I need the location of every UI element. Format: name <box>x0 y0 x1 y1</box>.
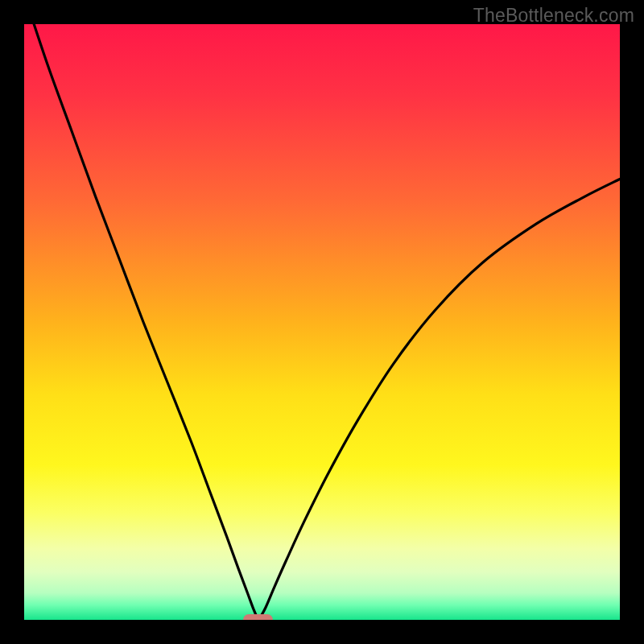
plot-area <box>24 24 620 620</box>
watermark-text: TheBottleneck.com <box>473 5 634 27</box>
curve-left-branch <box>24 24 258 619</box>
minimum-marker <box>243 614 273 620</box>
curve-right-branch <box>259 179 620 618</box>
curve-layer <box>24 24 620 620</box>
